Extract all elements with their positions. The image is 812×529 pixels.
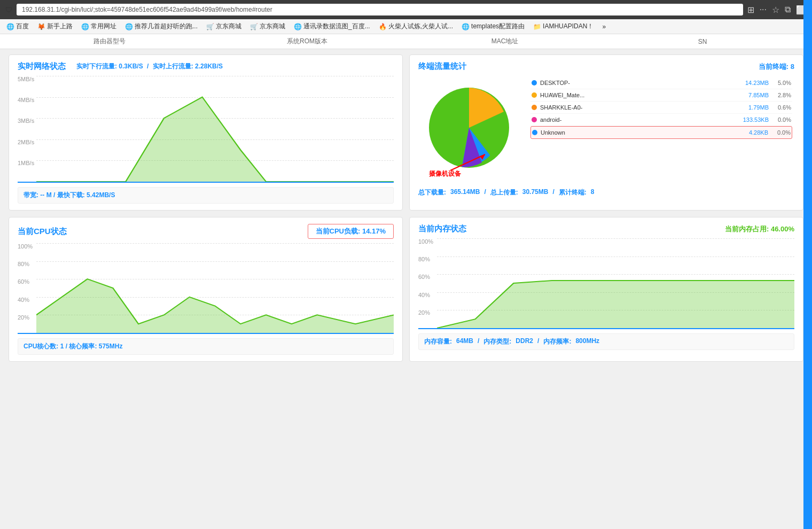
- traffic-card-header: 终端流量统计 当前终端: 8: [418, 61, 794, 72]
- network-card-header: 实时网络状态 实时下行流量: 0.3KB/S / 实时上行流量: 2.28KB/…: [18, 61, 394, 72]
- mem-chart: 100% 80% 60% 40% 20%: [418, 238, 794, 329]
- mem-capacity-value: 64MB: [456, 337, 473, 346]
- svg-marker-0: [36, 97, 394, 182]
- dot-shark: [532, 105, 537, 110]
- mem-svg-chart: [437, 238, 794, 328]
- name-desktop: DESKTOP-: [540, 80, 733, 86]
- bookmark-contacts[interactable]: 🌐 通讯录数据流图_百度...: [291, 21, 373, 32]
- bookmark-changyong[interactable]: 🌐 常用网址: [78, 21, 120, 32]
- pct-huawei: 2.8%: [772, 92, 791, 98]
- pie-container: 摄像机设备: [418, 77, 525, 184]
- cpu-chart: 100% 80% 60% 40% 20%: [18, 243, 394, 334]
- fire-icon: 🔥: [379, 23, 387, 30]
- bookmarks-bar: 🌐 百度 🦊 新手上路 🌐 常用网址 🌐 推荐几首超好听的跑... 🛒 京东商城…: [0, 19, 812, 34]
- bytes-desktop: 14.23MB: [737, 80, 769, 86]
- traffic-card: 终端流量统计 当前终端: 8: [409, 55, 803, 211]
- bookmark-xinshoulg[interactable]: 🦊 新手上路: [34, 21, 76, 32]
- footer-sep1: /: [484, 188, 486, 197]
- pct-android: 0.0%: [772, 116, 791, 123]
- divider: /: [147, 63, 151, 70]
- total-download-label: 总下载量:: [418, 188, 446, 197]
- mem-usage-value: 46.00%: [771, 225, 794, 233]
- bandwidth-label: 带宽:: [24, 191, 38, 199]
- bookmark-more[interactable]: »: [599, 22, 609, 32]
- dot-unknown: [532, 130, 537, 135]
- star-icon[interactable]: ☆: [772, 5, 779, 15]
- upload-value: 2.28KB/S: [195, 63, 223, 70]
- bookmark-label: 推荐几首超好听的跑...: [135, 22, 198, 31]
- page-wrapper: 实时网络状态 实时下行流量: 0.3KB/S / 实时上行流量: 2.28KB/…: [0, 49, 812, 367]
- bytes-huawei: 7.85MB: [737, 92, 769, 98]
- current-label: 当前终端:: [759, 63, 788, 71]
- traffic-row-unknown: Unknown 4.28KB 0.0%: [530, 126, 792, 139]
- cpu-cores-label: CPU核心数:: [24, 343, 58, 350]
- network-svg-chart: [36, 76, 394, 182]
- bookmark-templates[interactable]: 🌐 templates配置路由: [458, 21, 528, 32]
- bytes-android: 133.53KB: [737, 116, 769, 123]
- bookmark-label: 新手上路: [47, 22, 73, 31]
- pct-desktop: 5.0%: [772, 80, 791, 86]
- main-content: 实时网络状态 实时下行流量: 0.3KB/S / 实时上行流量: 2.28KB/…: [0, 49, 812, 367]
- col-router-model: 路由器型号: [11, 37, 208, 46]
- shop-icon1: 🛒: [206, 23, 214, 30]
- bookmark-jd2[interactable]: 🛒 京东商城: [247, 21, 288, 32]
- mem-y-80: 80%: [418, 256, 433, 262]
- mem-y-100: 100%: [418, 238, 433, 245]
- mem-usage-label: 当前内存占用:: [725, 225, 769, 233]
- name-huawei: HUAWEI_Mate...: [540, 92, 733, 98]
- library-icon[interactable]: ⧉: [785, 5, 791, 15]
- cpu-svg-chart: [36, 243, 394, 333]
- total-terminals-value: 8: [591, 188, 595, 197]
- cpu-load-badge: 当前CPU负载: 14.17%: [308, 224, 394, 239]
- bookmark-label: 通讯录数据流图_百度...: [303, 22, 370, 31]
- bookmark-baidu[interactable]: 🌐 百度: [3, 21, 32, 32]
- col-sn: SN: [604, 38, 801, 45]
- bandwidth-value: -- M: [40, 191, 51, 199]
- cpu-card-header: 当前CPU状态 当前CPU负载: 14.17%: [18, 224, 394, 239]
- current-value: 8: [791, 63, 794, 71]
- bookmark-label: 京东商城: [216, 22, 241, 31]
- shield-icon: 🛡: [5, 6, 12, 14]
- dot-desktop: [532, 80, 537, 85]
- url-text: 192.168.31.1/cgi-bin/luci/;stok=459748de…: [22, 6, 272, 13]
- grid-icon[interactable]: ⊞: [747, 5, 754, 15]
- traffic-footer: 总下载量: 365.14MB / 总上传量: 30.75MB / 累计终端: 8: [418, 188, 794, 197]
- y-label-5: 5MB/s: [18, 76, 34, 82]
- mem-title: 当前内存状态: [418, 224, 466, 234]
- y-label-4: 4MB/s: [18, 97, 34, 103]
- y-label-2: 2MB/s: [18, 139, 34, 145]
- memory-card: 当前内存状态 当前内存占用: 46.00% 100% 80% 60% 40% 2…: [409, 217, 803, 362]
- traffic-row-android: android- 133.53KB 0.0%: [530, 114, 792, 126]
- download-value: 0.3KB/S: [119, 63, 143, 70]
- page-main: 实时网络状态 实时下行流量: 0.3KB/S / 实时上行流量: 2.28KB/…: [0, 49, 812, 367]
- y-label-1: 1MB/s: [18, 160, 34, 166]
- bookmark-jd1[interactable]: 🛒 京东商城: [203, 21, 245, 32]
- cpu-freq-label: 核心频率:: [69, 343, 97, 350]
- bytes-unknown: 4.28KB: [736, 129, 768, 136]
- web-icon: 🌐: [81, 23, 89, 30]
- mem-freq-label: 内存频率:: [543, 337, 571, 346]
- footer-divider: /: [53, 191, 57, 199]
- camera-label: 摄像机设备: [429, 169, 461, 178]
- mem-usage: 当前内存占用: 46.00%: [725, 224, 794, 234]
- cpu-y-40: 40%: [18, 297, 33, 303]
- network-footer: 带宽: -- M / 最快下载: 5.42MB/S: [18, 187, 394, 204]
- speed-label: 最快下载:: [57, 191, 85, 199]
- traffic-list[interactable]: DESKTOP- 14.23MB 5.0% HUAWEI_Mate... 7.8…: [530, 77, 794, 184]
- cpu-y-20: 20%: [18, 314, 33, 321]
- bookmark-music[interactable]: 🌐 推荐几首超好听的跑...: [122, 21, 201, 32]
- url-bar[interactable]: 192.168.31.1/cgi-bin/luci/;stok=459748de…: [17, 4, 743, 15]
- pct-shark: 0.6%: [772, 104, 791, 111]
- bookmark-iamhuapidan[interactable]: 📁 IAMHUAPIDAN！: [530, 21, 597, 32]
- total-download-value: 365.14MB: [450, 188, 480, 197]
- bookmark-fire[interactable]: 🔥 火柴人试炼,火柴人试...: [376, 21, 456, 32]
- shop-icon2: 🛒: [250, 23, 258, 30]
- bookmark-label: 京东商城: [260, 22, 285, 31]
- more-icon[interactable]: ···: [760, 5, 767, 15]
- contacts-icon: 🌐: [294, 23, 302, 30]
- cpu-title: 当前CPU状态: [18, 227, 67, 237]
- total-terminals-label: 累计终端:: [559, 188, 587, 197]
- cpu-freq-value: 575MHz: [99, 343, 123, 350]
- traffic-row-huawei: HUAWEI_Mate... 7.85MB 2.8%: [530, 89, 792, 102]
- current-terminals: 当前终端: 8: [759, 62, 794, 72]
